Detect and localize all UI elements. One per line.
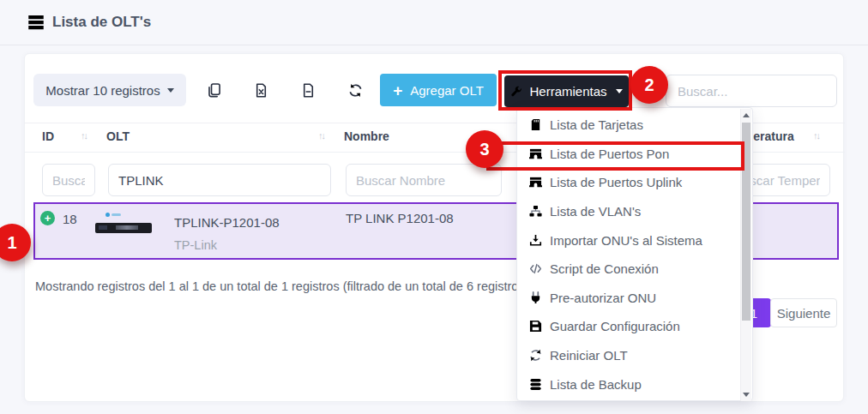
save-icon bbox=[529, 320, 542, 333]
plug-icon bbox=[529, 291, 542, 304]
page-header: Lista de OLT's bbox=[0, 0, 868, 45]
add-olt-label: Agregar OLT bbox=[410, 83, 484, 98]
tools-menu-item[interactable]: Lista de Puertos Pon bbox=[517, 140, 740, 169]
cell-olt-name: TPLINK-P1201-08 bbox=[174, 215, 280, 230]
tools-menu-item[interactable]: Lista de Tarjetas bbox=[517, 111, 740, 140]
sort-arrows-olt[interactable]: ↑↓ bbox=[318, 130, 324, 141]
page-title: Lista de OLT's bbox=[52, 14, 151, 31]
copy-icon bbox=[207, 83, 221, 98]
olt-list-screen: Lista de OLT's Mostrar 10 registros + Ag… bbox=[0, 0, 868, 414]
olt-device-image bbox=[95, 210, 152, 246]
tools-menu-item-label: Lista de Backup bbox=[550, 377, 642, 392]
expand-row-button[interactable]: + bbox=[40, 211, 55, 225]
sort-arrows-temperatura[interactable]: ↑↓ bbox=[813, 130, 819, 141]
sync-icon bbox=[529, 349, 542, 362]
filter-olt-input[interactable] bbox=[108, 164, 331, 196]
tools-menu-item[interactable]: Reiniciar OLT bbox=[517, 341, 740, 370]
tools-label: Herramientas bbox=[529, 84, 606, 99]
cell-olt-vendor: TP-Link bbox=[174, 238, 217, 252]
export-file-button[interactable] bbox=[298, 74, 318, 106]
cell-nombre: TP LINK P1201-08 bbox=[346, 211, 454, 225]
server-stack-icon bbox=[27, 14, 45, 31]
col-header-nombre[interactable]: Nombre bbox=[344, 129, 389, 143]
archway-icon bbox=[529, 176, 542, 189]
tools-menu-item[interactable]: Guardar Configuración bbox=[517, 312, 740, 341]
tools-menu-item[interactable]: Script de Conexión bbox=[517, 255, 740, 284]
tools-menu-item-label: Guardar Configuración bbox=[550, 319, 680, 333]
tools-menu-item[interactable]: Pre-autorizar ONU bbox=[517, 284, 740, 313]
chevron-down-icon bbox=[167, 88, 174, 93]
scrollbar-thumb[interactable] bbox=[742, 123, 750, 321]
tools-menu-item-label: Lista de VLAN's bbox=[550, 204, 641, 219]
table-info-text: Mostrando registros del 1 al 1 de un tot… bbox=[35, 279, 528, 293]
download-icon bbox=[529, 234, 542, 247]
device-chassis bbox=[95, 223, 152, 233]
archway-icon bbox=[529, 147, 542, 160]
add-olt-button[interactable]: + Agregar OLT bbox=[380, 74, 497, 106]
tools-menu-item-label: Lista de Puertos Uplink bbox=[550, 175, 682, 189]
tools-menu-item-label: Script de Conexión bbox=[550, 261, 659, 276]
filter-id-input[interactable] bbox=[42, 164, 95, 196]
tools-menu-item[interactable]: Lista de VLAN's bbox=[517, 197, 740, 226]
file-icon bbox=[301, 83, 316, 98]
tools-dropdown-button[interactable]: Herramientas bbox=[504, 75, 629, 107]
filter-nombre-input[interactable] bbox=[346, 164, 502, 196]
tools-menu-item-label: Importar ONU's al Sistema bbox=[550, 233, 702, 248]
tools-menu-items: Lista de TarjetasLista de Puertos PonLis… bbox=[517, 111, 740, 399]
show-entries-dropdown[interactable]: Mostrar 10 registros bbox=[33, 74, 186, 106]
export-excel-button[interactable] bbox=[250, 74, 271, 106]
tools-menu: Lista de TarjetasLista de Puertos PonLis… bbox=[516, 107, 753, 401]
tools-menu-item[interactable]: Lista de Backup bbox=[517, 369, 740, 399]
sitemap-icon bbox=[529, 205, 542, 218]
tools-menu-item-label: Reiniciar OLT bbox=[550, 348, 628, 363]
refresh-button[interactable] bbox=[345, 74, 365, 106]
col-header-olt[interactable]: OLT bbox=[106, 129, 130, 143]
copy-button[interactable] bbox=[203, 74, 224, 106]
wrench-icon bbox=[510, 86, 522, 98]
sd-card-icon bbox=[529, 118, 542, 131]
tools-menu-scrollbar[interactable] bbox=[740, 109, 751, 401]
col-header-id[interactable]: ID bbox=[42, 129, 54, 143]
code-icon bbox=[529, 262, 542, 275]
tools-menu-item-label: Lista de Tarjetas bbox=[550, 117, 643, 132]
annotation-step-3: 3 bbox=[466, 130, 503, 168]
annotation-step-2: 2 bbox=[630, 66, 668, 104]
chevron-down-icon bbox=[616, 89, 623, 93]
tools-menu-item[interactable]: Importar ONU's al Sistema bbox=[517, 225, 740, 255]
tools-menu-item[interactable]: Lista de Puertos Uplink bbox=[517, 168, 740, 197]
tools-menu-item-label: Lista de Puertos Pon bbox=[550, 147, 669, 161]
cell-id: 18 bbox=[63, 212, 77, 226]
scroll-up-arrow[interactable] bbox=[741, 109, 751, 122]
search-input[interactable] bbox=[666, 75, 837, 107]
sort-arrows-id[interactable]: ↑↓ bbox=[81, 130, 87, 141]
refresh-icon bbox=[348, 83, 363, 98]
plus-icon: + bbox=[393, 82, 402, 99]
next-page-button[interactable]: Siguiente bbox=[770, 298, 837, 327]
database-icon bbox=[529, 378, 542, 391]
excel-file-icon bbox=[254, 83, 268, 98]
show-entries-label: Mostrar 10 registros bbox=[45, 83, 160, 98]
tools-menu-item-label: Pre-autorizar ONU bbox=[550, 291, 656, 305]
scroll-down-arrow[interactable] bbox=[741, 388, 751, 401]
tplink-logo bbox=[105, 213, 110, 217]
